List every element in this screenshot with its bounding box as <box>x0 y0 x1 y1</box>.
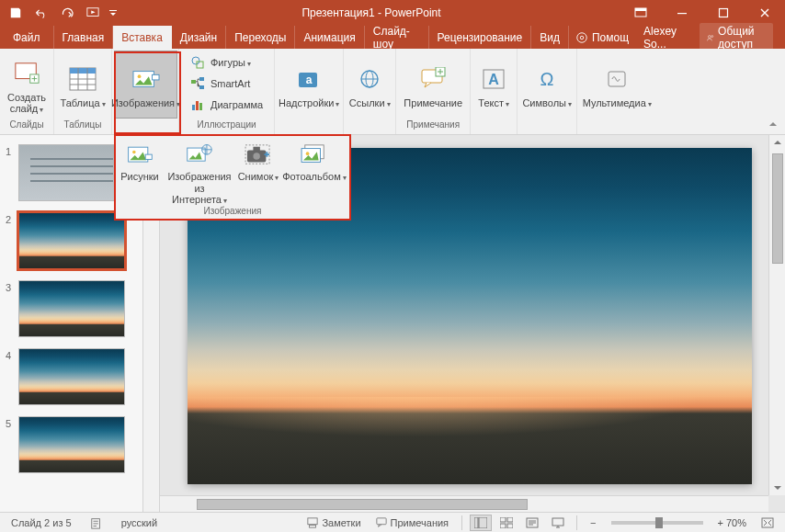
tab-file[interactable]: Файл <box>0 26 54 49</box>
fit-to-window-button[interactable] <box>756 515 779 530</box>
comment-button[interactable]: Примечание <box>398 51 468 119</box>
slideshow-view-button[interactable] <box>547 515 569 531</box>
share-button[interactable]: Общий доступ <box>693 26 779 49</box>
group-text: A Текст <box>471 49 518 134</box>
photo-album-icon <box>300 141 329 169</box>
svg-rect-2 <box>635 8 646 11</box>
new-slide-icon <box>12 59 41 88</box>
online-pictures-button[interactable]: Изображения из Интернета <box>164 138 235 206</box>
text-icon: A <box>479 64 508 94</box>
quick-access-toolbar <box>0 2 123 24</box>
group-illustrations: Фигуры SmartArt Диаграмма Иллюстрации <box>179 49 275 134</box>
spellcheck-button[interactable] <box>85 515 108 531</box>
svg-point-5 <box>577 32 587 42</box>
scroll-up-button[interactable] <box>771 135 784 150</box>
start-slideshow-button[interactable] <box>81 2 105 24</box>
svg-rect-33 <box>609 72 625 86</box>
thumb-item: 4 <box>0 348 142 405</box>
customize-qat-button[interactable] <box>107 2 119 24</box>
help-label: Помощ <box>592 31 629 44</box>
smartart-button[interactable]: SmartArt <box>185 74 268 94</box>
images-button[interactable]: Изображения <box>114 51 177 119</box>
slide-thumbnail-2[interactable] <box>18 212 125 269</box>
pictures-icon <box>125 141 154 169</box>
scroll-down-button[interactable] <box>771 481 784 495</box>
smartart-icon <box>190 76 205 91</box>
scroll-thumb[interactable] <box>772 153 783 264</box>
ribbon-display-options[interactable] <box>620 0 661 26</box>
images-dropdown: Рисунки Изображения из Интернета Снимок … <box>114 134 351 221</box>
horizontal-scrollbar[interactable] <box>160 495 768 512</box>
zoom-in-button[interactable]: + 70% <box>712 515 753 530</box>
undo-button[interactable] <box>29 2 53 24</box>
minimize-button[interactable] <box>661 0 702 26</box>
slide-counter[interactable]: Слайд 2 из 5 <box>6 515 77 530</box>
links-button[interactable]: Ссылки <box>346 51 393 119</box>
sorter-view-button[interactable] <box>495 515 518 531</box>
zoom-slider[interactable] <box>611 521 703 525</box>
tab-design[interactable]: Дизайн <box>172 26 226 49</box>
slide-thumbnail-5[interactable] <box>18 416 125 473</box>
online-pictures-icon <box>185 141 214 169</box>
new-slide-button[interactable]: Создать слайд <box>2 51 51 119</box>
slide-thumbnail-4[interactable] <box>18 348 125 405</box>
svg-rect-49 <box>376 517 385 524</box>
tab-view[interactable]: Вид <box>531 26 569 49</box>
notes-button[interactable]: Заметки <box>301 515 366 530</box>
svg-point-14 <box>137 74 141 78</box>
window-controls <box>620 0 785 26</box>
collapse-ribbon-button[interactable] <box>765 118 781 132</box>
screenshot-icon <box>244 141 273 169</box>
comments-button[interactable]: Примечания <box>370 515 455 530</box>
thumb-item: 3 <box>0 280 142 337</box>
tab-animations[interactable]: Анимация <box>295 26 364 49</box>
tab-home[interactable]: Главная <box>54 26 114 49</box>
close-button[interactable] <box>744 0 785 26</box>
zoom-out-button[interactable]: − <box>585 515 601 530</box>
text-button[interactable]: A Текст <box>472 51 515 119</box>
svg-point-16 <box>192 57 199 64</box>
save-button[interactable] <box>4 2 28 24</box>
addins-button[interactable]: a Надстройки <box>277 51 341 119</box>
redo-button[interactable] <box>55 2 79 24</box>
symbols-icon: Ω <box>532 64 562 94</box>
group-slides: Создать слайд Слайды <box>0 49 54 134</box>
svg-rect-41 <box>253 147 259 152</box>
chart-button[interactable]: Диаграмма <box>185 95 268 115</box>
help-button[interactable]: Помощ <box>569 26 635 49</box>
svg-rect-20 <box>199 85 204 89</box>
shapes-button[interactable]: Фигуры <box>185 52 268 73</box>
svg-rect-19 <box>199 77 204 81</box>
comment-icon <box>418 64 448 94</box>
pictures-button[interactable]: Рисунки <box>116 138 164 206</box>
maximize-button[interactable] <box>702 0 744 26</box>
vertical-scrollbar[interactable] <box>768 135 785 495</box>
media-icon <box>602 64 631 94</box>
tab-review[interactable]: Рецензирование <box>429 26 532 49</box>
status-bar: Слайд 2 из 5 русский Заметки Примечания … <box>0 512 785 532</box>
media-button[interactable]: Мультимедиа <box>579 51 654 119</box>
slide-thumbnail-1[interactable] <box>18 144 125 201</box>
svg-rect-54 <box>500 524 506 528</box>
window-title: Презентация1 - PowerPoint <box>123 6 620 19</box>
chart-icon <box>190 97 205 112</box>
slide-thumbnail-3[interactable] <box>18 280 125 337</box>
reading-view-button[interactable] <box>521 515 543 531</box>
account-button[interactable]: Alexey So... <box>637 26 691 49</box>
tab-slideshow[interactable]: Слайд-шоу <box>365 26 429 49</box>
ribbon: Создать слайд Слайды Таблица Таблицы Изо… <box>0 49 785 135</box>
scroll-thumb[interactable] <box>197 499 528 510</box>
tab-transitions[interactable]: Переходы <box>226 26 295 49</box>
table-button[interactable]: Таблица <box>56 51 109 119</box>
zoom-slider-thumb[interactable] <box>655 517 663 528</box>
svg-point-35 <box>132 151 136 154</box>
photo-album-button[interactable]: Фотоальбом <box>281 138 347 206</box>
normal-view-button[interactable] <box>470 515 492 531</box>
language-indicator[interactable]: русский <box>116 515 163 530</box>
screenshot-button[interactable]: Снимок <box>235 138 281 206</box>
svg-text:Ω: Ω <box>540 69 554 89</box>
symbols-button[interactable]: Ω Символы <box>519 51 575 119</box>
svg-rect-22 <box>196 101 199 110</box>
svg-rect-53 <box>507 517 513 522</box>
tab-insert[interactable]: Вставка <box>113 26 172 49</box>
